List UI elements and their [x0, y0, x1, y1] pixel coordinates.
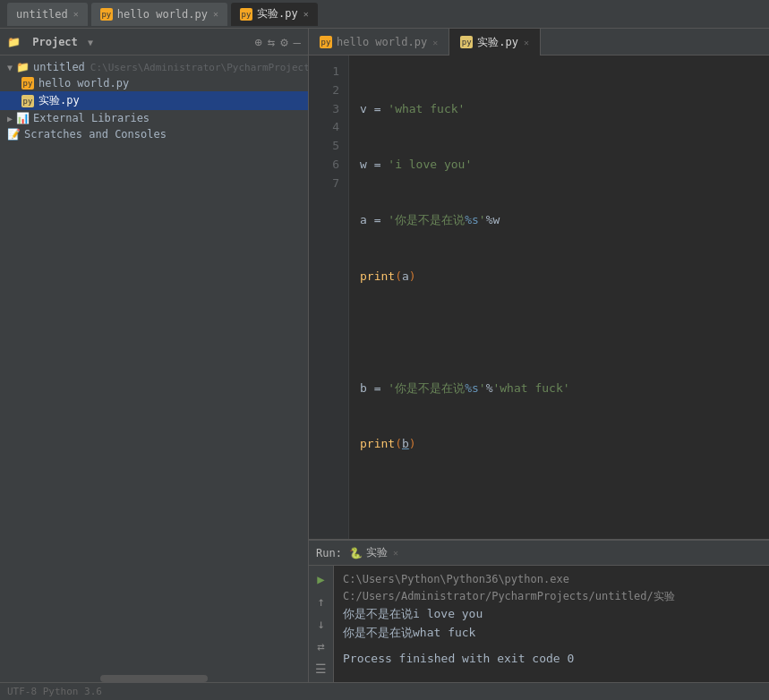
title-tab-untitled-label: untitled [16, 8, 68, 21]
run-tab-label: 实验 [366, 545, 388, 560]
code-line-7: print(b) [360, 435, 758, 454]
chevron-right-icon-ext: ▶ [7, 114, 13, 124]
run-rerun-button[interactable]: ↑ [312, 592, 331, 610]
editor-tab-shiyan-close[interactable]: ✕ [524, 38, 529, 47]
run-label: Run: [316, 547, 342, 559]
editor-tab-hello-world-label: hello world.py [337, 36, 427, 48]
code-line-6: b = '你是不是在说%s'%'what fuck' [360, 380, 758, 398]
py-yellow-icon-title: py [240, 8, 252, 21]
sidebar-item-external-libraries[interactable]: ▶ 📊 External Libraries [0, 110, 308, 126]
sidebar-item-shiyan-label: 实验.py [38, 93, 80, 108]
sidebar-item-scratches[interactable]: 📝 Scratches and Consoles [0, 126, 308, 142]
code-line-3: a = '你是不是在说%s'%w [360, 211, 758, 230]
code-editor[interactable]: 1 2 3 4 5 6 7 v = 'what fuck' w = 'i lov… [309, 55, 769, 539]
sidebar-item-scratches-label: Scratches and Consoles [24, 128, 167, 141]
sidebar-settings-icon[interactable]: ⚙ [280, 35, 287, 49]
run-panel-header: Run: 🐍 实验 ✕ [309, 541, 769, 566]
py-file-icon-shiyan: py [21, 95, 34, 107]
title-tab-untitled[interactable]: untitled ✕ [7, 3, 88, 26]
sidebar-item-untitled-path: C:\Users\Administrator\PycharmProjects\u [90, 62, 308, 73]
run-tab-icon: 🐍 [349, 547, 363, 559]
code-line-2: w = 'i love you' [360, 156, 758, 175]
title-tab-hello-world[interactable]: py hello world.py ✕ [91, 3, 227, 26]
run-panel: Run: 🐍 实验 ✕ ▶ ↑ ↓ ⇄ ☰ C:\Users\Python\Py… [309, 539, 769, 682]
title-tab-hello-world-close[interactable]: ✕ [213, 9, 218, 19]
folder-icon: 📁 [16, 61, 29, 73]
sidebar-scrollbar[interactable] [0, 675, 308, 682]
sidebar-minimize-icon[interactable]: — [294, 35, 301, 49]
title-tab-shiyan[interactable]: py 实验.py ✕ [231, 3, 318, 26]
chevron-down-icon: ▼ [7, 63, 13, 73]
run-play-button[interactable]: ▶ [312, 569, 331, 588]
run-settings-button[interactable]: ☰ [312, 660, 331, 679]
py-tab-icon-hello: py [320, 36, 332, 48]
run-output-finished: Process finished with exit code 0 [343, 650, 760, 669]
py-file-icon-hello: py [21, 77, 34, 90]
title-tab-untitled-close[interactable]: ✕ [73, 9, 79, 19]
main-layout: 📁 Project ▼ ⊕ ⇆ ⚙ — ▼ 📁 untitled C:\User… [0, 29, 769, 682]
sidebar-tree: ▼ 📁 untitled C:\Users\Administrator\Pych… [0, 55, 308, 675]
sidebar-header: 📁 Project ▼ ⊕ ⇆ ⚙ — [0, 29, 308, 55]
editor-tab-hello-world[interactable]: py hello world.py ✕ [309, 29, 449, 55]
line-numbers: 1 2 3 4 5 6 7 [309, 55, 349, 539]
code-line-4: print(a) [360, 268, 758, 286]
code-content[interactable]: v = 'what fuck' w = 'i love you' a = '你是… [349, 55, 769, 539]
sidebar-title: 📁 Project ▼ [7, 36, 254, 48]
scratches-icon: 📝 [7, 128, 20, 141]
editor-tab-shiyan[interactable]: py 实验.py ✕ [449, 29, 541, 55]
py-orange-icon: py [100, 8, 113, 21]
run-output: C:\Users\Python\Python36\python.exe C:/U… [334, 566, 769, 682]
editor-tab-shiyan-label: 实验.py [477, 35, 518, 50]
run-output-line1: 你是不是在说i love you [343, 605, 760, 624]
run-output-line2: 你是不是在说what fuck [343, 624, 760, 643]
title-tab-shiyan-label: 实验.py [257, 6, 298, 21]
sidebar-locate-icon[interactable]: ⊕ [254, 35, 261, 49]
sidebar-item-shiyan[interactable]: py 实验.py [0, 91, 308, 110]
sidebar: 📁 Project ▼ ⊕ ⇆ ⚙ — ▼ 📁 untitled C:\User… [0, 29, 309, 682]
editor-tabs: py hello world.py ✕ py 实验.py ✕ [309, 29, 769, 55]
run-panel-body: ▶ ↑ ↓ ⇄ ☰ C:\Users\Python\Python36\pytho… [309, 566, 769, 682]
code-line-1: v = 'what fuck' [360, 100, 758, 119]
editor-tab-hello-world-close[interactable]: ✕ [432, 38, 438, 47]
run-redirect-button[interactable]: ⇄ [312, 637, 331, 656]
run-stop-button[interactable]: ↓ [312, 614, 331, 633]
run-cmd-line: C:\Users\Python\Python36\python.exe C:/U… [343, 571, 760, 605]
title-tab-shiyan-close[interactable]: ✕ [303, 9, 309, 19]
sidebar-item-external-libraries-label: External Libraries [33, 112, 150, 124]
editor-area: py hello world.py ✕ py 实验.py ✕ 1 2 3 4 5… [309, 29, 769, 682]
run-controls: ▶ ↑ ↓ ⇄ ☰ [309, 566, 334, 682]
code-line-5 [360, 323, 758, 342]
title-bar: untitled ✕ py hello world.py ✕ py 实验.py … [0, 0, 769, 29]
sidebar-item-hello-world-label: hello world.py [38, 77, 129, 90]
run-tab-close[interactable]: ✕ [393, 548, 398, 558]
status-bar-text: UTF-8 Python 3.6 [7, 686, 102, 697]
sidebar-item-hello-world[interactable]: py hello world.py [0, 75, 308, 91]
sidebar-collapse-icon[interactable]: ⇆ [268, 35, 275, 49]
sidebar-item-untitled-label: untitled [33, 61, 85, 73]
library-icon: 📊 [16, 112, 29, 124]
title-tab-hello-world-label: hello world.py [117, 8, 208, 21]
status-bar: UTF-8 Python 3.6 [0, 682, 769, 700]
sidebar-icons: ⊕ ⇆ ⚙ — [254, 35, 301, 49]
run-tab-shiyan[interactable]: 🐍 实验 ✕ [349, 545, 398, 560]
sidebar-item-untitled[interactable]: ▼ 📁 untitled C:\Users\Administrator\Pych… [0, 59, 308, 75]
py-tab-icon-shiyan: py [460, 36, 473, 48]
